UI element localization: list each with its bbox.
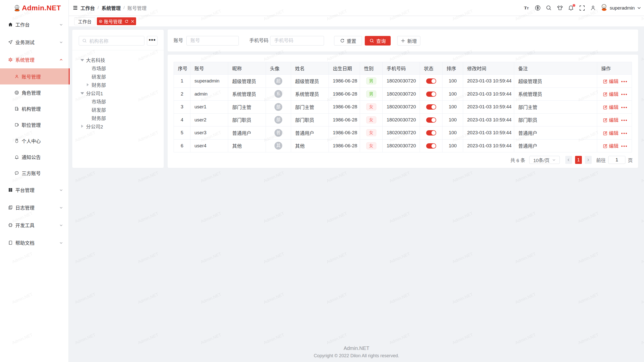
svg-text:T: T (527, 7, 529, 10)
